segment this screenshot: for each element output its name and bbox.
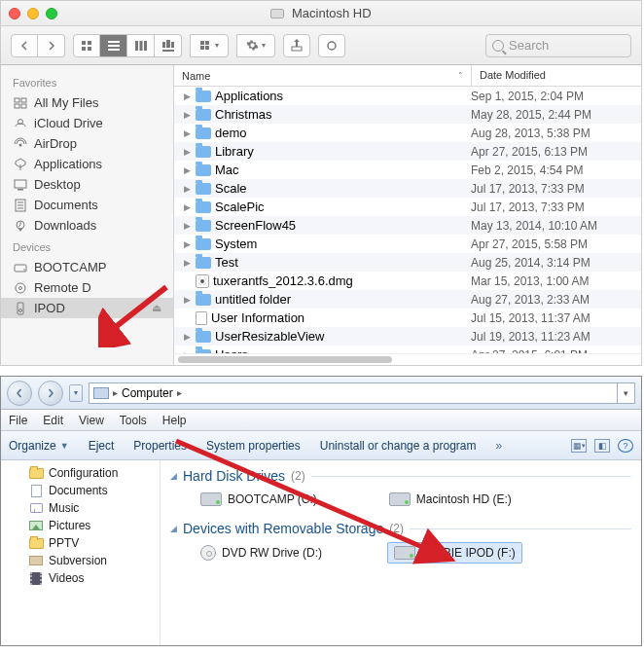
sidebar-heading-favorites: Favorites [1, 71, 173, 92]
breadcrumb-chevron-icon[interactable]: ▸ [113, 387, 118, 398]
properties-button[interactable]: Properties [133, 439, 187, 453]
disclosure-triangle-icon[interactable]: ▶ [182, 221, 192, 231]
breadcrumb-chevron-icon[interactable]: ▸ [177, 387, 182, 398]
address-dropdown-button[interactable]: ▾ [618, 382, 635, 404]
menu-edit[interactable]: Edit [43, 414, 63, 427]
tree-item[interactable]: Pictures [1, 517, 160, 534]
disclosure-triangle-icon[interactable]: ▶ [182, 332, 192, 342]
file-row[interactable]: User InformationJul 15, 2013, 11:37 AM [174, 309, 641, 327]
file-row[interactable]: ▶TestAug 25, 2014, 3:14 PM [174, 253, 641, 272]
navigation-tree[interactable]: ConfigurationDocumentsMusicPicturesPPTVS… [1, 460, 161, 645]
tree-item[interactable]: Documents [1, 482, 160, 499]
sidebar-item[interactable]: Documents [1, 195, 173, 215]
arrange-button[interactable]: ▾ [190, 34, 229, 57]
tree-item[interactable]: Videos [1, 569, 160, 587]
window-title: Macintosh HD [1, 6, 641, 20]
sidebar-item[interactable]: Desktop [1, 174, 173, 195]
file-row[interactable]: tuxerantfs_2012.3.6.dmgMar 15, 2013, 1:0… [174, 272, 641, 290]
file-row[interactable]: ▶ScreenFlow45May 13, 2014, 10:10 AM [174, 216, 641, 235]
list-view-button[interactable] [100, 34, 127, 57]
sidebar-item[interactable]: iCloud Drive [1, 113, 173, 133]
breadcrumb-computer[interactable]: Computer [122, 386, 173, 400]
sidebar-item[interactable]: All My Files [1, 92, 173, 113]
disclosure-triangle-icon[interactable]: ▶ [182, 110, 192, 120]
column-header-name[interactable]: Name ˄ [174, 65, 471, 86]
svg-rect-12 [171, 42, 174, 48]
disclosure-triangle-icon[interactable]: ▶ [182, 295, 192, 305]
eject-button[interactable]: Eject [89, 439, 115, 453]
file-row[interactable]: ▶UsersApr 27, 2015, 6:01 PM [174, 346, 641, 353]
disclosure-triangle-icon[interactable]: ▶ [182, 91, 192, 101]
horizontal-scrollbar[interactable] [174, 353, 641, 365]
disclosure-triangle-icon[interactable]: ▶ [182, 147, 192, 157]
tree-item[interactable]: PPTV [1, 534, 160, 552]
eject-icon[interactable]: ⏏ [152, 302, 161, 314]
share-button[interactable] [283, 34, 310, 57]
more-commands-button[interactable]: » [495, 439, 502, 453]
sidebar-item[interactable]: AirDrop [1, 133, 173, 154]
uninstall-button[interactable]: Uninstall or change a program [320, 439, 477, 453]
help-button[interactable]: ? [618, 439, 633, 453]
forward-button[interactable] [38, 34, 65, 57]
tree-item-icon [28, 571, 44, 585]
disclosure-triangle-icon[interactable]: ▶ [182, 202, 192, 212]
scrollbar-thumb[interactable] [178, 356, 392, 363]
sidebar-device-item[interactable]: Remote D [1, 277, 173, 298]
group-header-hdd[interactable]: ◢ Hard Disk Drives (2) [161, 464, 641, 488]
file-row[interactable]: ▶ApplicationsSep 1, 2015, 2:04 PM [174, 87, 641, 105]
sidebar-item[interactable]: Applications [1, 154, 173, 174]
disclosure-triangle-icon[interactable]: ▶ [182, 184, 192, 194]
disclosure-triangle-icon[interactable]: ▶ [182, 258, 192, 268]
disclosure-triangle-icon[interactable]: ▶ [182, 165, 192, 175]
menu-tools[interactable]: Tools [120, 414, 147, 427]
coverflow-view-button[interactable] [155, 34, 182, 57]
column-view-button[interactable] [127, 34, 155, 57]
file-row[interactable]: ▶untitled folderAug 27, 2013, 2:33 AM [174, 290, 641, 309]
search-field[interactable]: Search [485, 34, 631, 57]
file-row[interactable]: ▶demoAug 28, 2013, 5:38 PM [174, 124, 641, 142]
disclosure-triangle-icon[interactable]: ▶ [182, 239, 192, 249]
svg-rect-6 [108, 49, 120, 51]
icon-view-button[interactable] [73, 34, 100, 57]
drive-macintosh-hd[interactable]: Macintosh HD (E:) [382, 490, 519, 509]
tags-button[interactable] [318, 34, 345, 57]
collapse-icon: ◢ [170, 524, 177, 533]
view-options-button[interactable]: ▦▾ [571, 439, 587, 453]
address-bar[interactable]: ▸ Computer ▸ [89, 382, 618, 404]
group-header-removable[interactable]: ◢ Devices with Removable Storage (2) [161, 517, 641, 540]
sidebar-device-item[interactable]: IPOD⏏ [1, 298, 173, 318]
back-button[interactable] [7, 381, 32, 406]
file-list[interactable]: ▶ApplicationsSep 1, 2015, 2:04 PM▶Christ… [174, 87, 641, 353]
disclosure-triangle-icon[interactable]: ▶ [182, 128, 192, 138]
organize-button[interactable]: Organize▼ [9, 439, 69, 453]
forward-button[interactable] [38, 381, 63, 406]
drive-dvd[interactable]: DVD RW Drive (D:) [194, 542, 329, 564]
file-row[interactable]: ▶ChristmasMay 28, 2015, 2:44 PM [174, 105, 641, 124]
menu-help[interactable]: Help [162, 414, 187, 427]
drive-bootcamp[interactable]: BOOTCAMP (C:) [194, 490, 324, 509]
file-row[interactable]: ▶SystemApr 27, 2015, 5:58 PM [174, 235, 641, 253]
sidebar-heading-devices: Devices [1, 236, 173, 257]
menu-file[interactable]: File [9, 414, 27, 427]
column-header-date[interactable]: Date Modified [471, 65, 641, 86]
preview-pane-button[interactable]: ◧ [594, 439, 610, 453]
history-dropdown-button[interactable]: ▾ [69, 384, 83, 402]
sidebar-device-item[interactable]: BOOTCAMP [1, 257, 173, 277]
file-row[interactable]: ▶MacFeb 2, 2015, 4:54 PM [174, 161, 641, 179]
system-properties-button[interactable]: System properties [206, 439, 301, 453]
svg-rect-4 [108, 41, 120, 43]
file-row[interactable]: ▶ScaleJul 17, 2013, 7:33 PM [174, 179, 641, 198]
file-row[interactable]: ▶ScalePicJul 17, 2013, 7:33 PM [174, 198, 641, 216]
action-button[interactable]: ▾ [236, 34, 275, 57]
tree-item[interactable]: Music [1, 499, 160, 517]
drive-imobie-ipod[interactable]: IMOBIE IPOD (F:) [387, 542, 522, 564]
menu-view[interactable]: View [79, 414, 104, 427]
file-name: tuxerantfs_2012.3.6.dmg [213, 273, 353, 288]
tree-item[interactable]: Configuration [1, 464, 160, 482]
tree-item[interactable]: Subversion [1, 552, 160, 569]
file-row[interactable]: ▶LibraryApr 27, 2015, 6:13 PM [174, 142, 641, 161]
back-button[interactable] [11, 34, 38, 57]
file-row[interactable]: ▶UserResizableViewJul 19, 2013, 11:23 AM [174, 327, 641, 346]
sidebar-item[interactable]: Downloads [1, 215, 173, 236]
svg-point-35 [16, 283, 25, 293]
